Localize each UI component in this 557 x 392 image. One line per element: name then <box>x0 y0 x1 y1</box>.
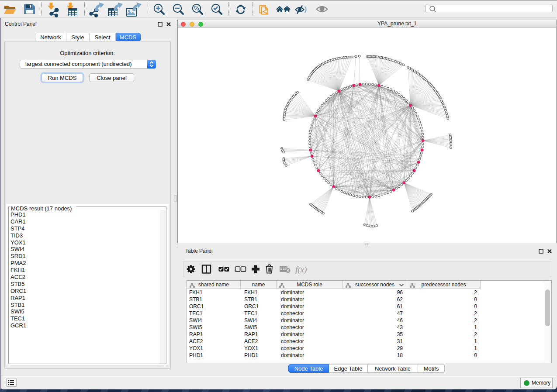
svg-text:f(x): f(x) <box>295 265 307 275</box>
